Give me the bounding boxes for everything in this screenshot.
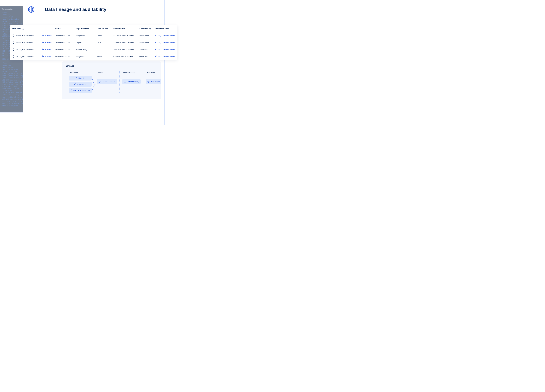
svg-point-8: [43, 42, 43, 43]
preview-label: Preview: [45, 55, 51, 57]
transformation-label: SQL transformation: [158, 55, 175, 57]
pill-combined-inputs[interactable]: Combined inputs: [97, 79, 117, 84]
metric-cell: E5: Resource use…: [53, 39, 74, 46]
eye-icon: [42, 34, 44, 37]
transformation-link[interactable]: SQL transformation: [155, 34, 175, 37]
lineage-col-review: Review Combined inputs: [94, 72, 120, 93]
submitted-by-cell: Sam Wilcox: [137, 32, 153, 39]
submitted-by-cell: Daniell Hall: [137, 46, 153, 53]
window-header: Data lineage and auditability: [23, 0, 165, 19]
pill-label: Raw file: [79, 77, 85, 79]
import-method-cell: Integration: [74, 53, 95, 60]
lineage-col-transformation: Transformation Data summary: [120, 72, 143, 93]
pill-manual-spreadsheet[interactable]: Manual spreadsheet: [69, 88, 92, 93]
file-name: export_9403953.csv: [16, 42, 33, 44]
column-header-submitted-by: Submitted by: [137, 25, 153, 32]
eye-icon: [42, 55, 44, 57]
import-method-cell: Manual entry: [74, 46, 95, 53]
preview-link[interactable]: Preview: [42, 55, 51, 57]
lineage-col-data-import: Data import Raw file Integration Manual …: [69, 72, 94, 93]
pill-label: Waste type: [150, 81, 160, 83]
submitted-at-cell: 12:45PM on 03/05/2023: [112, 39, 137, 46]
refresh-icon: [74, 83, 76, 85]
import-method-cell: Export: [74, 39, 95, 46]
chart-icon: [124, 81, 126, 83]
file-icon: [99, 81, 101, 83]
data-table-card: Raw data i Metric Import method Data sou…: [10, 25, 177, 60]
page-title: Data lineage and auditability: [40, 7, 106, 12]
submitted-by-cell: Sam Wilcox: [137, 39, 153, 46]
main-window: Data lineage and auditability Lineage Da…: [23, 0, 165, 125]
pill-waste-type[interactable]: Waste type: [146, 79, 161, 84]
pill-label: Combined inputs: [102, 81, 116, 83]
file-name: export_9403953.xlsx: [16, 49, 34, 51]
svg-point-12: [43, 56, 43, 57]
column-header-submitted-at: Submitted at: [112, 25, 137, 32]
code-icon: [155, 48, 157, 50]
info-icon[interactable]: i: [22, 28, 24, 30]
pill-integration[interactable]: Integration: [69, 82, 92, 87]
file-icon: [12, 41, 15, 44]
metric-cell: E5: Resource use…: [53, 32, 74, 39]
preview-label: Preview: [45, 41, 51, 44]
lineage-col-title: Data import: [69, 72, 92, 74]
file-cell: export_8647852.xlsx: [12, 55, 38, 58]
hand-icon: [70, 89, 72, 91]
transformation-link[interactable]: SQL transformation: [155, 48, 175, 50]
transformation-link[interactable]: SQL transformation: [155, 55, 175, 57]
column-header-import-method: Import method: [74, 25, 95, 32]
file-cell: export_9403953.xlsx: [12, 48, 38, 51]
file-icon: [12, 48, 15, 51]
lineage-col-title: Calculation: [146, 72, 161, 74]
table-row: export_9403953.csvPreviewE5: Resource us…: [10, 39, 177, 46]
pill-label: Data summary: [127, 81, 139, 83]
file-icon: [12, 35, 15, 37]
preview-link[interactable]: Preview: [42, 48, 51, 50]
file-name: export_9403953.xlsx: [16, 35, 34, 37]
preview-link[interactable]: Preview: [42, 41, 51, 44]
svg-line-13: [156, 56, 156, 57]
logo-cell: [23, 0, 40, 19]
eye-icon: [42, 41, 44, 44]
preview-link[interactable]: Preview: [42, 34, 51, 37]
globe-icon: [148, 81, 149, 83]
table-row: export_8647852.xlsxPreviewE5: Resource u…: [10, 53, 177, 60]
svg-line-11: [156, 49, 156, 50]
file-icon: [12, 55, 15, 58]
lineage-col-calculation: Calculation Waste type: [143, 72, 164, 93]
submitted-at-cell: 11:34AM on 03/10/2023: [112, 32, 137, 39]
submitted-by-cell: Jenn Chen: [137, 53, 153, 60]
column-header-transformation: Transformation: [153, 25, 177, 32]
svg-line-7: [156, 35, 156, 36]
pill-raw-file[interactable]: Raw file: [69, 76, 92, 81]
file-cell: export_9403953.csv: [12, 41, 38, 44]
file-icon: [75, 77, 77, 79]
column-header-data-source: Data source: [95, 25, 112, 32]
file-cell: export_9403953.xlsx: [12, 35, 38, 37]
pill-data-summary[interactable]: Data summary: [122, 79, 141, 84]
data-source-cell: Excel: [95, 53, 112, 60]
column-header-raw-data: Raw data: [12, 28, 21, 30]
lineage-col-title: Transformation: [122, 72, 141, 74]
data-source-cell: Excel: [95, 32, 112, 39]
table-header-row: Raw data i Metric Import method Data sou…: [10, 25, 177, 32]
lineage-block: Lineage Data import Raw file: [62, 62, 161, 100]
transformation-link[interactable]: SQL transformation: [155, 41, 175, 44]
code-icon: [155, 41, 157, 44]
svg-point-6: [43, 35, 43, 36]
metric-cell: E5: Resource use…: [53, 46, 74, 53]
table-row: export_9403953.xlsxPreviewE5: Resource u…: [10, 46, 177, 53]
code-icon: [155, 55, 157, 57]
table-row: export_9403953.xlsxPreviewE5: Resource u…: [10, 32, 177, 39]
transformation-label: SQL transformation: [158, 34, 175, 37]
transformation-label: SQL transformation: [158, 41, 175, 44]
file-name: export_8647852.xlsx: [16, 56, 34, 58]
eye-icon: [42, 48, 44, 50]
metric-cell: E5: Resource use…: [53, 53, 74, 60]
transformation-label: SQL transformation: [158, 48, 175, 50]
lineage-col-title: Review: [97, 72, 117, 74]
data-source-cell: —: [95, 46, 112, 53]
pill-label: Manual spreadsheet: [73, 89, 90, 91]
globe-logo-icon: [28, 6, 34, 13]
import-method-cell: Integration: [74, 32, 95, 39]
